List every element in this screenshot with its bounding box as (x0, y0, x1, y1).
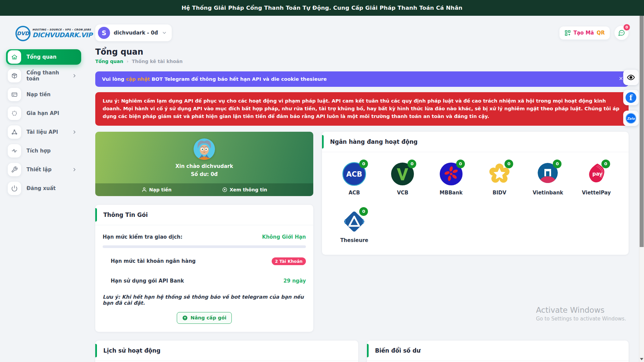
bank-item-vietinbank[interactable]: 0 Vietinbank (524, 162, 572, 196)
bank-item-vcb[interactable]: 0 VCB (378, 162, 427, 196)
activity-history-card: Lịch sử hoạt động Đăng ký tài khoản thàn… (95, 341, 358, 362)
zalo-button[interactable]: Zalo (623, 111, 639, 126)
welcome-greeting: Xin chào dichvudark (175, 163, 233, 169)
vietinbank-logo: 0 (535, 162, 560, 186)
limit-progress-bar (103, 245, 306, 248)
bank-count-badge: 0 (456, 160, 465, 168)
banks-card-title: Ngân hàng đang hoạt động (330, 138, 621, 145)
bank-count-badge: 0 (359, 207, 368, 216)
facebook-icon: f (626, 92, 636, 103)
limit-check-label: Hạn mức kiểm tra giao dịch: (103, 234, 182, 240)
scrollbar-thumb[interactable] (640, 16, 644, 247)
chevron-right-icon (72, 167, 77, 172)
bank-name: ACB (348, 190, 360, 196)
page-title: Tổng quan (95, 47, 629, 57)
qr-button-label-2: QR (597, 30, 605, 36)
package-info-card: Thông Tin Gói Hạn mức kiểm tra giao dịch… (95, 205, 313, 332)
sidebar-item-tai-lieu-api[interactable]: Tài liệu API (6, 124, 81, 140)
breadcrumb-separator: › (126, 59, 128, 64)
vector-icon (8, 125, 21, 139)
zalo-icon: Zalo (626, 113, 636, 124)
accessibility-eye-button[interactable] (623, 70, 639, 85)
sidebar-item-gia-han-api[interactable]: Gia hạn API (6, 106, 81, 121)
qr-icon (565, 30, 571, 36)
sidebar-item-dang-xuat[interactable]: Đăng xuất (6, 181, 81, 196)
bank-item-viettelpay[interactable]: pay 0 ViettelPay (572, 162, 621, 196)
chevron-right-icon (72, 73, 77, 78)
sidebar-item-label: Cổng thanh toán (26, 70, 72, 82)
user-menu[interactable]: S dichvudark - 0đ (95, 24, 172, 41)
sidebar-item-label: Đăng xuất (26, 185, 77, 191)
sidebar-item-label: Gia hạn API (26, 110, 77, 116)
logo-dvd-icon: DVD (15, 26, 31, 41)
svg-text:pay: pay (592, 171, 602, 177)
package-note: Lưu ý: Khi hết hạn hệ thống sẽ thông báo… (103, 294, 306, 306)
thesieure-logo: 0 (342, 209, 367, 234)
scrollbar-down-arrow[interactable] (640, 358, 643, 360)
breadcrumb-current: Thống kê tài khoản (132, 59, 182, 64)
breadcrumb-home[interactable]: Tổng quan (95, 59, 123, 64)
brand-logo[interactable]: DVD HOSTING - SOURCE - VPS - CRON JOBS D… (6, 23, 81, 47)
create-qr-button[interactable]: Tạo Mã QR (559, 26, 610, 40)
bank-name: VCB (397, 190, 408, 196)
user-avatar-image (194, 138, 215, 160)
view-info-button-label: Xem thông tin (230, 187, 267, 192)
api-bank-duration-label: Hạn sử dụng gói API Bank (103, 278, 184, 284)
close-icon[interactable]: ✕ (619, 75, 623, 82)
sidebar-item-tong-quan[interactable]: Tổng quan (6, 49, 81, 65)
bank-count-badge: 0 (601, 160, 610, 168)
watermark-line2: Go to Settings to activate Windows. (536, 316, 626, 322)
chat-button[interactable]: 0 (614, 26, 629, 40)
page-scrollbar[interactable] (639, 16, 644, 362)
bank-count-badge: 0 (408, 160, 416, 168)
mbbank-logo: 0 (439, 162, 464, 186)
api-bank-duration-value: 29 ngày (283, 278, 306, 284)
power-icon (8, 182, 21, 195)
bank-item-acb[interactable]: ACB 0 ACB (330, 162, 378, 196)
user-name: dichvudark - 0đ (114, 30, 158, 36)
dashed-circle-icon (8, 107, 21, 120)
wrench-icon (8, 163, 21, 176)
deposit-icon (142, 187, 147, 192)
sidebar-item-cong-thanh-toan[interactable]: Cổng thanh toán (6, 68, 81, 83)
update-link[interactable]: cập nhật (126, 76, 150, 82)
sidebar-nav: Tổng quan Cổng thanh toán Nạp tiền (6, 49, 81, 196)
facebook-button[interactable]: f (623, 90, 639, 105)
bank-item-mbbank[interactable]: 0 MBBank (427, 162, 475, 196)
limit-check-value: Không Giới Hạn (262, 234, 306, 240)
topbar-title: Hệ Thống Giải Pháp Cổng Thanh Toán Tự Độ… (181, 5, 463, 11)
bank-item-thesieure[interactable]: 0 Thesieure (330, 209, 378, 243)
activity-icon (8, 144, 21, 158)
history-entry: Đăng ký tài khoản thành công IP: 171.252… (95, 361, 358, 362)
bank-item-bidv[interactable]: 0 BIDV (475, 162, 524, 196)
activate-windows-watermark: Activate Windows Go to Settings to activ… (536, 306, 626, 322)
sidebar-item-thiet-lap[interactable]: Thiết lập (6, 162, 81, 177)
bank-account-limit-label: Hạn mức tài khoản ngân hàng (103, 258, 196, 264)
breadcrumb: Tổng quan › Thống kê tài khoản (95, 59, 629, 64)
telegram-alert-banner: Vui lòng cập nhật BOT Telegram để thông … (95, 71, 629, 87)
chevron-down-icon (162, 30, 167, 36)
sidebar-item-label: Tích hợp (26, 148, 77, 154)
upgrade-arrow-icon (182, 315, 188, 321)
warning-banner: Lưu ý: Nghiêm cấm lạm dụng API để phục v… (95, 92, 629, 126)
vcb-logo: 0 (390, 162, 415, 186)
bank-name: Thesieure (340, 237, 368, 243)
bank-count-badge: 0 (359, 160, 368, 168)
deposit-button[interactable]: Nạp tiền (142, 187, 172, 192)
upgrade-package-button[interactable]: Nâng cấp gói (177, 312, 232, 324)
sidebar-item-tich-hop[interactable]: Tích hợp (6, 143, 81, 159)
bank-name: ViettelPay (582, 190, 611, 196)
balance-card-title: Biến đổi số dư (375, 347, 621, 354)
watermark-line1: Activate Windows (536, 306, 626, 314)
history-card-title: Lịch sử hoạt động (103, 347, 350, 354)
acb-logo: ACB 0 (342, 162, 367, 186)
sidebar-item-nap-tien[interactable]: Nạp tiền (6, 87, 81, 102)
bank-count-badge: 0 (553, 160, 561, 168)
bank-account-limit-badge: 2 Tài Khoản (272, 257, 306, 265)
sidebar-item-label: Tổng quan (26, 54, 77, 60)
logo-brand: DICHVUDARK.VIP (33, 32, 93, 39)
view-info-button[interactable]: Xem thông tin (222, 187, 267, 192)
eye-icon (627, 73, 635, 81)
bank-count-badge: 0 (504, 160, 513, 168)
bidv-logo: 0 (487, 162, 512, 186)
